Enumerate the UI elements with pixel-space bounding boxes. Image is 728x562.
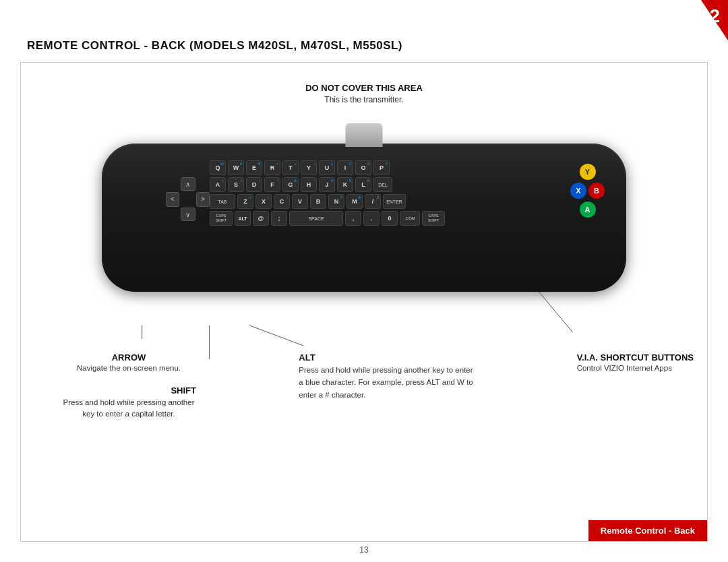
- key-alt[interactable]: ALT: [235, 211, 251, 226]
- red-tab-label: Remote Control - Back: [601, 526, 695, 536]
- via-buttons: Y X B A: [570, 164, 605, 218]
- key-slash[interactable]: /9: [365, 194, 381, 209]
- key-comma[interactable]: ,: [345, 211, 361, 226]
- alt-desc: Press and hold while pressing another ke…: [299, 364, 474, 401]
- key-q[interactable]: Q%: [210, 160, 226, 175]
- arrow-up[interactable]: ∧: [181, 177, 195, 191]
- key-a[interactable]: A(: [210, 177, 226, 192]
- arrow-pad: ∧ < > ∨: [166, 177, 210, 221]
- red-tab: Remote Control - Back: [588, 520, 707, 541]
- main-title: REMOTE CONTROL - BACK (MODELS M420SL, M4…: [27, 39, 402, 53]
- alt-annotation: ALT Press and hold while pressing anothe…: [299, 352, 474, 420]
- kb-row-4: CAPSSHIFT ALT @ ; SPACE , . 0 .COM CAPSS…: [210, 211, 579, 226]
- via-title: V.I.A. SHORTCUT BUTTONS: [577, 352, 694, 363]
- key-semicolon[interactable]: ;: [271, 211, 287, 226]
- via-desc: Control VIZIO Internet Apps: [577, 364, 694, 372]
- transmitter-note: DO NOT COVER THIS AREA This is the trans…: [305, 83, 423, 104]
- kb-row-2: A( S) D\ F* G& H J4 K5 L6 DEL: [210, 177, 579, 192]
- key-k[interactable]: K5: [337, 177, 353, 192]
- labels-row: ARROW Navigate the on-screen menu. SHIFT…: [61, 352, 694, 420]
- transmitter-tab: [346, 123, 383, 147]
- key-p[interactable]: P?: [373, 160, 390, 175]
- via-annotation: V.I.A. SHORTCUT BUTTONS Control VIZIO In…: [577, 352, 694, 420]
- key-space[interactable]: SPACE: [289, 211, 343, 226]
- key-tab[interactable]: TAB: [210, 194, 235, 209]
- key-c[interactable]: C-: [274, 194, 290, 209]
- keyboard-area: Q% W# E$ R= T+ Y- U1 I2 O3 P? A( S): [210, 160, 579, 228]
- arrow-left[interactable]: <: [166, 192, 179, 207]
- transmitter-sub: This is the transmitter.: [305, 95, 423, 104]
- content-box: DO NOT COVER THIS AREA This is the trans…: [20, 62, 708, 542]
- kb-row-3: TAB Z< X> C- V B N7 M8 /9 ENTER: [210, 194, 579, 209]
- key-r[interactable]: R=: [264, 160, 280, 175]
- key-at[interactable]: @: [253, 211, 269, 226]
- key-i[interactable]: I2: [337, 160, 353, 175]
- key-u[interactable]: U1: [319, 160, 335, 175]
- via-btn-x[interactable]: X: [570, 183, 586, 199]
- key-x[interactable]: X>: [255, 194, 272, 209]
- svg-line-2: [249, 325, 303, 346]
- shift-title: SHIFT: [61, 385, 196, 396]
- key-s[interactable]: S): [228, 177, 244, 192]
- key-v[interactable]: V: [292, 194, 308, 209]
- key-b[interactable]: B: [310, 194, 326, 209]
- key-caps-left[interactable]: CAPSSHIFT: [210, 211, 233, 226]
- key-w[interactable]: W#: [228, 160, 244, 175]
- shift-desc: Press and hold while pressing another ke…: [61, 397, 196, 420]
- key-caps-right[interactable]: CAPSSHIFT: [422, 211, 445, 226]
- key-dotcom[interactable]: .COM: [400, 211, 420, 226]
- via-btn-y[interactable]: Y: [580, 164, 596, 180]
- arrow-desc: Navigate the on-screen menu.: [61, 364, 196, 372]
- key-enter[interactable]: ENTER: [383, 194, 406, 209]
- remote-area: ∧ < > ∨ Q% W# E$ R= T+ Y- U1: [82, 130, 646, 319]
- key-g[interactable]: G&: [282, 177, 299, 192]
- transmitter-heading: DO NOT COVER THIS AREA: [305, 83, 423, 93]
- key-zero[interactable]: 0: [382, 211, 398, 226]
- page-corner: 2: [674, 0, 728, 40]
- key-e[interactable]: E$: [246, 160, 262, 175]
- arrow-down[interactable]: ∨: [181, 208, 195, 221]
- via-btn-b[interactable]: B: [588, 183, 605, 199]
- key-z[interactable]: Z<: [237, 194, 253, 209]
- key-period[interactable]: .: [363, 211, 380, 226]
- page-num-text: 13: [359, 545, 368, 555]
- key-j[interactable]: J4: [319, 177, 335, 192]
- key-m[interactable]: M8: [346, 194, 363, 209]
- arrow-right[interactable]: >: [196, 192, 210, 207]
- page-number-bottom: 13: [359, 543, 368, 555]
- key-del[interactable]: DEL: [373, 177, 392, 192]
- key-l[interactable]: L6: [355, 177, 371, 192]
- via-btn-a[interactable]: A: [580, 201, 596, 218]
- kb-row-1: Q% W# E$ R= T+ Y- U1 I2 O3 P?: [210, 160, 579, 175]
- key-n[interactable]: N7: [328, 194, 344, 209]
- key-t[interactable]: T+: [282, 160, 299, 175]
- key-y[interactable]: Y-: [301, 160, 317, 175]
- arrow-annotation: ARROW Navigate the on-screen menu. SHIFT…: [61, 352, 196, 420]
- key-o[interactable]: O3: [355, 160, 371, 175]
- arrow-title: ARROW: [61, 352, 196, 363]
- alt-title: ALT: [299, 352, 474, 363]
- remote-body: ∧ < > ∨ Q% W# E$ R= T+ Y- U1: [102, 144, 626, 292]
- key-h[interactable]: H: [301, 177, 317, 192]
- key-f[interactable]: F*: [264, 177, 280, 192]
- key-d[interactable]: D\: [246, 177, 262, 192]
- page-number: 2: [709, 0, 728, 27]
